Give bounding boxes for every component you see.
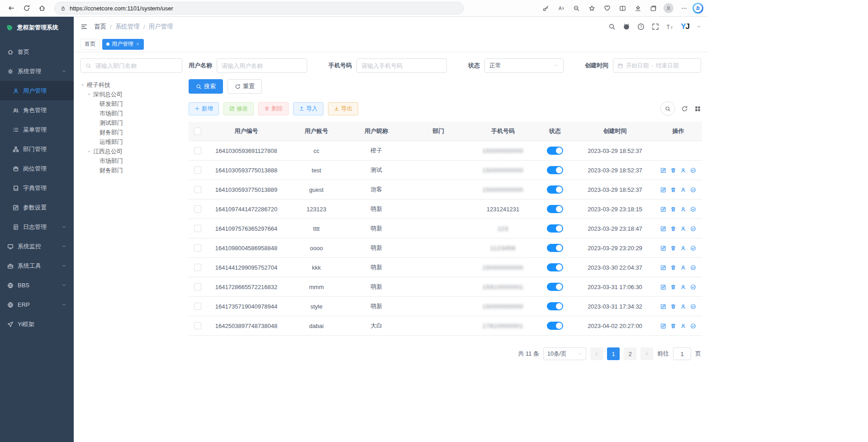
- status-select[interactable]: 正常: [484, 58, 564, 73]
- sidebar-item-role[interactable]: 角色管理: [0, 100, 74, 120]
- status-toggle[interactable]: [547, 283, 563, 291]
- table-search-button[interactable]: [660, 101, 675, 116]
- sidebar-item-menu[interactable]: 菜单管理: [0, 120, 74, 139]
- favorites-bar-icon[interactable]: [631, 2, 645, 14]
- tree-node[interactable]: 深圳总公司: [81, 90, 182, 99]
- row-checkbox[interactable]: [194, 166, 201, 174]
- zoom-out-icon[interactable]: [569, 2, 583, 14]
- help-icon[interactable]: ?: [637, 23, 645, 30]
- reset-password-icon[interactable]: [680, 265, 686, 271]
- assign-role-icon[interactable]: [690, 167, 696, 173]
- next-page-button[interactable]: [640, 347, 653, 360]
- sidebar-item-dict[interactable]: 字典管理: [0, 178, 74, 198]
- status-toggle[interactable]: [547, 205, 563, 213]
- row-checkbox[interactable]: [194, 264, 201, 271]
- export-button[interactable]: 导出: [328, 102, 358, 115]
- github-icon[interactable]: [623, 23, 630, 30]
- row-checkbox[interactable]: [194, 322, 201, 329]
- reset-button[interactable]: 重置: [228, 79, 262, 94]
- tree-node[interactable]: 财务部门: [81, 166, 182, 175]
- profile-avatar[interactable]: [662, 2, 675, 14]
- sidebar-item-erp[interactable]: ERP: [0, 295, 74, 314]
- sidebar-item-param[interactable]: 参数设置: [0, 198, 74, 217]
- tree-node[interactable]: 财务部门: [81, 128, 182, 137]
- tree-node[interactable]: 橙子科技: [81, 80, 182, 90]
- font-size-icon[interactable]: TT: [666, 23, 674, 30]
- edit-icon[interactable]: [660, 206, 666, 212]
- sidebar-item-yi[interactable]: Yi框架: [0, 314, 74, 334]
- edit-icon[interactable]: [660, 304, 666, 309]
- status-toggle[interactable]: [547, 224, 563, 233]
- assign-role-icon[interactable]: [690, 323, 696, 329]
- assign-role-icon[interactable]: [690, 226, 696, 232]
- goto-page-input[interactable]: [673, 347, 691, 360]
- row-checkbox[interactable]: [194, 205, 201, 213]
- table-columns-button[interactable]: [694, 105, 701, 112]
- breadcrumb-item[interactable]: 首页: [94, 23, 106, 31]
- reset-password-icon[interactable]: [680, 245, 686, 251]
- edit-icon[interactable]: [660, 226, 666, 232]
- delete-icon[interactable]: [670, 167, 676, 173]
- row-checkbox[interactable]: [194, 147, 201, 154]
- reset-password-icon[interactable]: [680, 187, 686, 193]
- table-refresh-button[interactable]: [681, 105, 688, 112]
- avatar-chevron-down-icon[interactable]: [697, 24, 701, 29]
- sidebar-item-tools[interactable]: 系统工具: [0, 256, 74, 276]
- status-toggle[interactable]: [547, 322, 563, 330]
- username-input[interactable]: [217, 58, 307, 73]
- import-button[interactable]: 导入: [293, 102, 323, 115]
- browser-essentials-icon[interactable]: [600, 2, 614, 14]
- browser-refresh-button[interactable]: [20, 2, 33, 14]
- tree-node[interactable]: 江西总公司: [81, 147, 182, 156]
- status-toggle[interactable]: [547, 185, 563, 194]
- select-all-checkbox[interactable]: [194, 128, 201, 135]
- tab-user-management[interactable]: 用户管理: [102, 39, 144, 50]
- reset-password-icon[interactable]: [680, 206, 686, 212]
- sidebar-item-log[interactable]: 日志管理: [0, 217, 74, 237]
- edit-icon[interactable]: [660, 284, 666, 290]
- phone-input[interactable]: [356, 58, 447, 73]
- status-toggle[interactable]: [547, 244, 563, 252]
- tree-node[interactable]: 运维部门: [81, 137, 182, 147]
- reset-password-icon[interactable]: [680, 167, 686, 173]
- sidebar-item-bbs[interactable]: BBS: [0, 276, 74, 295]
- breadcrumb-item[interactable]: 系统管理: [115, 23, 140, 31]
- collections-icon[interactable]: [646, 2, 660, 14]
- status-toggle[interactable]: [547, 302, 563, 310]
- sidebar-item-system[interactable]: 系统管理: [0, 62, 74, 81]
- sidebar-item-monitor[interactable]: 系统监控: [0, 237, 74, 256]
- reset-password-icon[interactable]: [680, 304, 686, 309]
- sidebar-item-home[interactable]: 首页: [0, 42, 74, 62]
- assign-role-icon[interactable]: [690, 304, 696, 309]
- row-checkbox[interactable]: [194, 244, 201, 252]
- tab-home[interactable]: 首页: [81, 39, 100, 50]
- tree-node[interactable]: 市场部门: [81, 156, 182, 166]
- delete-icon[interactable]: [670, 284, 676, 290]
- split-screen-icon[interactable]: [616, 2, 629, 14]
- dept-search-box[interactable]: [81, 58, 182, 73]
- address-bar[interactable]: https://ccnetcore.com:1101/system/user: [54, 2, 464, 14]
- edit-icon[interactable]: [660, 187, 666, 193]
- delete-button[interactable]: 删除: [258, 102, 289, 115]
- edit-icon[interactable]: [660, 323, 666, 329]
- reset-password-icon[interactable]: [680, 284, 686, 290]
- sidebar-item-user[interactable]: 用户管理: [0, 81, 74, 100]
- tree-node[interactable]: 测试部门: [81, 118, 182, 128]
- page-button-2[interactable]: 2: [624, 347, 636, 360]
- add-button[interactable]: 新增: [189, 102, 219, 115]
- delete-icon[interactable]: [670, 206, 676, 212]
- date-range-picker[interactable]: 开始日期 - 结束日期: [613, 58, 701, 73]
- copilot-icon[interactable]: b: [693, 3, 703, 14]
- row-checkbox[interactable]: [194, 303, 201, 310]
- tab-close-icon[interactable]: [136, 42, 140, 46]
- fullscreen-icon[interactable]: [652, 23, 659, 30]
- browser-back-button[interactable]: [5, 2, 18, 14]
- user-avatar[interactable]: YYJJ: [681, 22, 689, 31]
- delete-icon[interactable]: [670, 245, 676, 251]
- breadcrumb-item[interactable]: 用户管理: [149, 23, 173, 31]
- row-checkbox[interactable]: [194, 283, 201, 290]
- edit-icon[interactable]: [660, 265, 666, 271]
- edit-icon[interactable]: [660, 245, 666, 251]
- edit-icon[interactable]: [660, 167, 666, 173]
- collapse-sidebar-button[interactable]: [81, 23, 88, 30]
